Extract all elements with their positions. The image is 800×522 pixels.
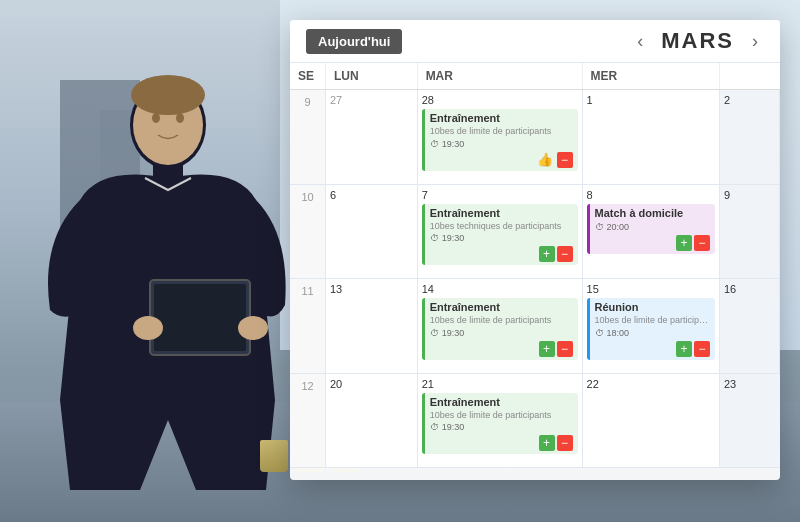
day-cell-w3-d1: 21Entraînement10bes de limite de partici… (418, 374, 583, 469)
event-title: Match à domicile (595, 207, 710, 220)
calendar-overlay: Aujourd'hui ‹ MARS › SE LUN MAR MER 9272… (290, 20, 780, 480)
event-title: Entraînement (430, 301, 573, 314)
clock-icon: ⏱ (430, 328, 439, 338)
day-number: 27 (330, 94, 413, 106)
day-cell-w2-d2: 15Réunion10bes de limite de participants… (583, 279, 720, 374)
day-number: 14 (422, 283, 578, 295)
add-button[interactable]: + (539, 246, 555, 262)
week-num-0: 9 (290, 90, 326, 185)
day-cell-w1-d0: 6 (326, 185, 418, 280)
day-cell-w2-d1: 14Entraînement10bes de limite de partici… (418, 279, 583, 374)
day-cell-w1-d2: 8Match à domicile⏱ 20:00+− (583, 185, 720, 280)
day-number: 20 (330, 378, 413, 390)
event-actions: 👍− (430, 152, 573, 168)
event-title: Réunion (595, 301, 710, 314)
add-button[interactable]: + (676, 341, 692, 357)
day-number: 15 (587, 283, 715, 295)
day-cell-w3-d0: 20 (326, 374, 418, 469)
event-title: Entraînement (430, 207, 573, 220)
event-actions: +− (595, 341, 710, 357)
week-num-1: 10 (290, 185, 326, 280)
event-card-e3: Match à domicile⏱ 20:00+− (587, 204, 715, 254)
today-button[interactable]: Aujourd'hui (306, 29, 402, 54)
remove-button[interactable]: − (557, 341, 573, 357)
event-subtitle: 10bes de limite de participants (430, 410, 573, 421)
day-headers-row: SE LUN MAR MER (290, 63, 780, 90)
day-cell-w3-d3: 23 (720, 374, 780, 469)
event-card-e4: Entraînement10bes de limite de participa… (422, 298, 578, 360)
day-number: 7 (422, 189, 578, 201)
add-button[interactable]: + (539, 435, 555, 451)
day-cell-w1-d1: 7Entraînement10bes techniques de partici… (418, 185, 583, 280)
clock-icon: ⏱ (430, 422, 439, 432)
calendar-grid: 92728Entraînement10bes de limite de part… (290, 90, 780, 468)
svg-rect-3 (154, 284, 246, 351)
day-number: 22 (587, 378, 715, 390)
clock-icon: ⏱ (595, 328, 604, 338)
clock-icon: ⏱ (430, 233, 439, 243)
svg-point-7 (152, 113, 160, 123)
day-cell-w0-d3: 2 (720, 90, 780, 185)
like-button[interactable]: 👍 (535, 152, 555, 167)
event-subtitle: 10bes de limite de participants (430, 315, 573, 326)
week-num-3: 12 (290, 374, 326, 469)
day-cell-w0-d0: 27 (326, 90, 418, 185)
event-actions: +− (430, 246, 573, 262)
event-subtitle: 10bes de limite de participants (595, 315, 710, 326)
day-number: 23 (724, 378, 776, 390)
remove-button[interactable]: − (557, 152, 573, 168)
day-cell-w2-d3: 16 (720, 279, 780, 374)
day-number: 21 (422, 378, 578, 390)
event-actions: +− (430, 435, 573, 451)
day-number: 16 (724, 283, 775, 295)
event-time: ⏱ 19:30 (430, 233, 573, 243)
event-time: ⏱ 20:00 (595, 222, 710, 232)
day-number: 2 (724, 94, 775, 106)
add-button[interactable]: + (539, 341, 555, 357)
event-actions: +− (430, 341, 573, 357)
prev-month-button[interactable]: ‹ (631, 29, 649, 54)
svg-point-4 (133, 316, 163, 340)
remove-button[interactable]: − (694, 341, 710, 357)
header-mar: MAR (418, 63, 583, 89)
event-time: ⏱ 19:30 (430, 422, 573, 432)
day-number: 8 (587, 189, 715, 201)
svg-point-8 (176, 113, 184, 123)
event-title: Entraînement (430, 396, 573, 409)
clock-icon: ⏱ (430, 139, 439, 149)
event-time: ⏱ 19:30 (430, 328, 573, 338)
header-cut (720, 63, 780, 89)
event-card-e5: Réunion10bes de limite de participants⏱ … (587, 298, 715, 360)
header-lun: LUN (326, 63, 418, 89)
week-num-2: 11 (290, 279, 326, 374)
cup-1 (260, 440, 288, 472)
day-cell-w3-d2: 22 (583, 374, 720, 469)
month-title: MARS (661, 28, 734, 54)
event-time: ⏱ 18:00 (595, 328, 710, 338)
event-card-e6: Entraînement10bes de limite de participa… (422, 393, 578, 455)
day-number: 1 (587, 94, 715, 106)
remove-button[interactable]: − (557, 435, 573, 451)
header-se: SE (290, 63, 326, 89)
add-button[interactable]: + (676, 235, 692, 251)
svg-point-9 (131, 75, 205, 115)
day-number: 13 (330, 283, 413, 295)
svg-point-5 (238, 316, 268, 340)
event-title: Entraînement (430, 112, 573, 125)
header-mer: MER (583, 63, 720, 89)
event-time: ⏱ 19:30 (430, 139, 573, 149)
remove-button[interactable]: − (557, 246, 573, 262)
event-subtitle: 10bes techniques de participants (430, 221, 573, 232)
day-cell-w0-d1: 28Entraînement10bes de limite de partici… (418, 90, 583, 185)
remove-button[interactable]: − (694, 235, 710, 251)
event-actions: +− (595, 235, 710, 251)
month-navigation: ‹ MARS › (631, 28, 764, 54)
event-card-e1: Entraînement10bes de limite de participa… (422, 109, 578, 171)
day-number: 6 (330, 189, 413, 201)
next-month-button[interactable]: › (746, 29, 764, 54)
day-cell-w0-d2: 1 (583, 90, 720, 185)
day-number: 28 (422, 94, 578, 106)
day-cell-w1-d3: 9 (720, 185, 780, 280)
day-cell-w2-d0: 13 (326, 279, 418, 374)
event-subtitle: 10bes de limite de participants (430, 126, 573, 137)
